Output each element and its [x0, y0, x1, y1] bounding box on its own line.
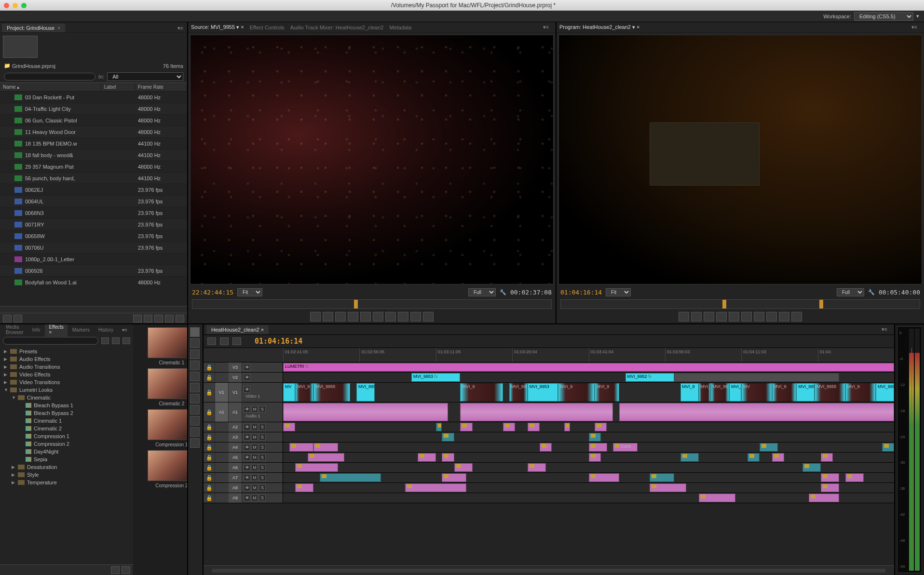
clip[interactable]: [680, 453, 699, 462]
eye-icon[interactable]: 👁: [244, 474, 250, 481]
disclosure-icon[interactable]: ▶: [12, 465, 15, 469]
mute-toggle[interactable]: M: [251, 484, 258, 491]
step-fwd-icon[interactable]: [373, 312, 383, 321]
program-quality-select[interactable]: Full: [837, 288, 864, 296]
disclosure-icon[interactable]: ▶: [12, 480, 15, 485]
mute-toggle[interactable]: M: [251, 495, 258, 501]
track-label[interactable]: V2: [229, 373, 242, 382]
clip[interactable]: [650, 483, 686, 492]
look-thumbnail[interactable]: Cinematic 1: [136, 327, 187, 365]
mute-toggle[interactable]: M: [251, 444, 258, 451]
timeline-timecode[interactable]: 01:04:16:14: [255, 337, 302, 346]
project-bin-name[interactable]: GrindHouse.prproj: [12, 63, 55, 69]
solo-toggle[interactable]: S: [259, 434, 266, 441]
look-thumbnail[interactable]: Compression 2: [136, 450, 187, 488]
solo-toggle[interactable]: S: [259, 406, 266, 413]
solo-toggle[interactable]: S: [259, 454, 266, 461]
marker-icon[interactable]: [220, 337, 229, 345]
project-row[interactable]: 00706U23.976 fps: [0, 242, 187, 254]
panel-menu-icon[interactable]: ▾≡: [539, 23, 553, 31]
chevron-down-icon[interactable]: ▾: [916, 13, 919, 19]
panel-menu-icon[interactable]: ▾≡: [118, 326, 131, 334]
program-tab[interactable]: Program: HeatHouse2_clean2 ▾ ×: [559, 24, 640, 30]
go-out-icon[interactable]: [754, 312, 764, 321]
clip[interactable]: MVI_9955: [796, 383, 815, 401]
clip[interactable]: [760, 443, 778, 452]
pen-tool-icon[interactable]: [190, 416, 200, 426]
icon-view-icon[interactable]: [14, 315, 22, 322]
clip[interactable]: [595, 423, 607, 431]
new-bin-icon[interactable]: [111, 566, 120, 574]
project-row[interactable]: 18 fall body - wood&44100 Hz: [0, 149, 187, 161]
clip[interactable]: [289, 443, 314, 452]
eye-icon[interactable]: 👁: [244, 454, 250, 461]
32bit-badge-icon[interactable]: [112, 337, 120, 344]
clip[interactable]: [674, 373, 839, 382]
program-timecode-left[interactable]: 01:04:16:14: [560, 289, 602, 296]
eye-icon[interactable]: 👁: [244, 386, 250, 393]
find-icon[interactable]: [144, 315, 152, 322]
clip[interactable]: MVI_99: [729, 383, 741, 401]
clip[interactable]: MVI_9: [558, 383, 595, 401]
tree-item[interactable]: ▶Presets: [2, 348, 131, 355]
razor-tool-icon[interactable]: [190, 383, 200, 392]
look-thumbnail[interactable]: Cinematic 2: [136, 368, 187, 406]
clip[interactable]: MVI_9955: [356, 383, 375, 401]
project-row[interactable]: 03 Dan Rockett - Put48000 Hz: [0, 92, 187, 103]
track-label[interactable]: A5: [229, 453, 242, 462]
track-label[interactable]: V3: [229, 362, 242, 372]
project-row[interactable]: 1080p_2.00-1_Letter: [0, 254, 187, 265]
project-row[interactable]: 56 punch, body hard,44100 Hz: [0, 173, 187, 184]
clip[interactable]: [540, 443, 552, 452]
audio-mixer-tab[interactable]: Audio Track Mixer: HeatHouse2_clean2: [290, 25, 384, 30]
clip[interactable]: [295, 483, 313, 492]
track-label[interactable]: A6: [229, 463, 242, 472]
solo-toggle[interactable]: S: [259, 424, 266, 430]
track-label[interactable]: A3: [229, 432, 242, 442]
project-row[interactable]: 0071RY23.976 fps: [0, 219, 187, 230]
tree-item[interactable]: ▶Video Effects: [2, 371, 131, 378]
clip[interactable]: MVI_9: [680, 383, 699, 401]
eye-icon[interactable]: 👁: [244, 424, 250, 430]
zoom-tool-icon[interactable]: [190, 438, 200, 448]
clip[interactable]: MV: [283, 383, 295, 401]
close-window[interactable]: [4, 3, 9, 8]
extract-icon[interactable]: [779, 312, 789, 321]
clip[interactable]: MVI_9: [845, 383, 876, 401]
new-bin-icon[interactable]: [154, 315, 163, 322]
program-fit-select[interactable]: Fit: [606, 288, 631, 296]
clip[interactable]: MV: [741, 383, 772, 401]
lock-icon[interactable]: 🔒: [204, 422, 215, 432]
play-icon[interactable]: [729, 312, 739, 321]
clip[interactable]: [283, 423, 295, 431]
effects-tab-history[interactable]: History: [95, 326, 117, 334]
clip[interactable]: MVI_9: [772, 383, 797, 401]
track-label[interactable]: A7: [229, 473, 242, 482]
solo-toggle[interactable]: S: [259, 484, 266, 491]
clip[interactable]: MVI_9955: [313, 383, 350, 401]
solo-toggle[interactable]: S: [259, 495, 266, 501]
disclosure-icon[interactable]: ▶: [12, 472, 15, 477]
clip[interactable]: [308, 453, 344, 462]
project-row[interactable]: 00658W23.976 fps: [0, 230, 187, 242]
project-row[interactable]: 0064UL23.976 fps: [0, 196, 187, 207]
track-label[interactable]: A9: [229, 493, 242, 503]
snap-icon[interactable]: [207, 337, 216, 345]
track-patch[interactable]: A1: [215, 402, 229, 422]
tree-item[interactable]: Sepia: [2, 455, 131, 463]
yuv-badge-icon[interactable]: [122, 337, 130, 344]
accel-badge-icon[interactable]: [101, 337, 109, 344]
settings-icon[interactable]: [232, 337, 241, 345]
effects-tab-markers[interactable]: Markers: [68, 326, 94, 334]
tree-item[interactable]: Compression 2: [2, 440, 131, 448]
clip[interactable]: [699, 494, 735, 502]
tree-item[interactable]: ▶Video Transitions: [2, 378, 131, 386]
step-back-icon[interactable]: [348, 312, 358, 321]
clip[interactable]: [845, 473, 864, 482]
clip[interactable]: [589, 443, 607, 452]
new-item-icon[interactable]: [165, 315, 174, 322]
clip[interactable]: [528, 423, 540, 431]
project-row[interactable]: 0068N323.976 fps: [0, 207, 187, 219]
track-label[interactable]: A4: [229, 442, 242, 452]
clip[interactable]: [442, 453, 454, 462]
